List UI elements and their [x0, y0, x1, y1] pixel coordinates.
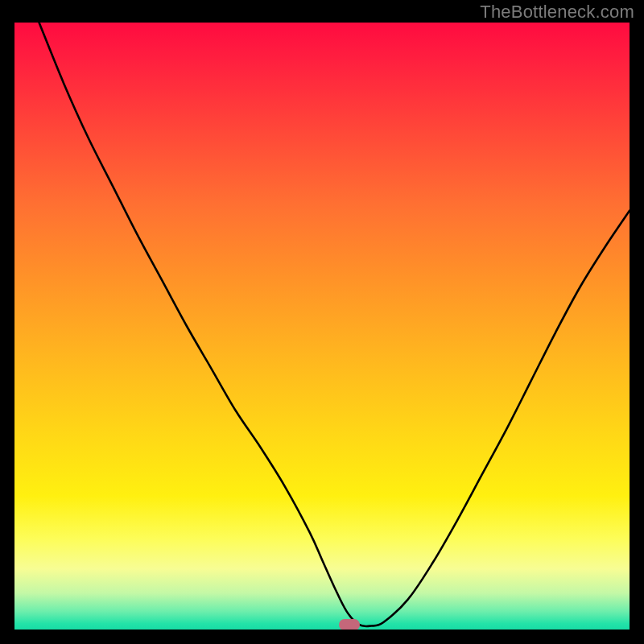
chart-frame: TheBottleneck.com [0, 0, 644, 644]
bottleneck-curve [14, 23, 630, 630]
curve-path [39, 23, 630, 626]
plot-area [14, 23, 630, 630]
attribution-label: TheBottleneck.com [480, 2, 634, 23]
optimum-marker [339, 619, 360, 630]
